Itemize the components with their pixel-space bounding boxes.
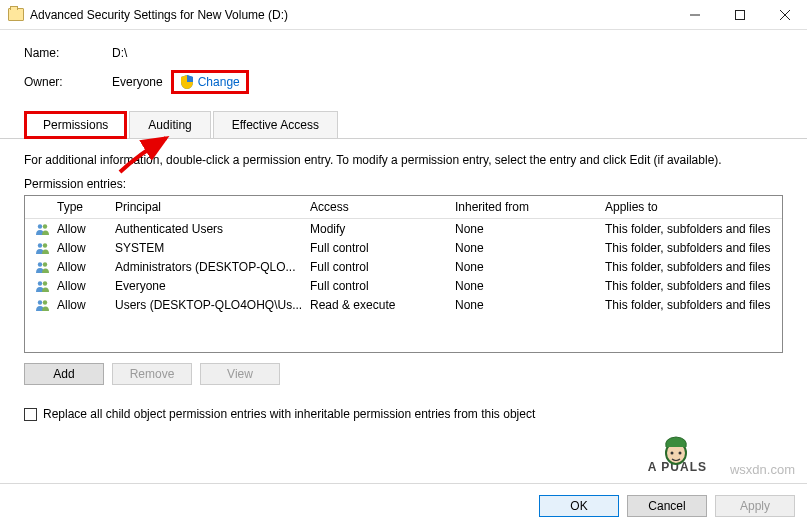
cell-principal: SYSTEM [115,241,310,255]
remove-button: Remove [112,363,192,385]
tab-effective-access[interactable]: Effective Access [213,111,338,139]
watermark-brand: A PUALS [648,451,707,477]
name-row: Name: D:\ [24,46,783,60]
svg-point-14 [666,442,686,464]
cell-type: Allow [57,222,115,236]
table-row[interactable]: AllowAdministrators (DESKTOP-QLO...Full … [25,257,782,276]
cell-inherited: None [455,222,605,236]
window-controls [672,0,807,29]
view-button: View [200,363,280,385]
tab-strip: Permissions Auditing Effective Access [0,110,807,139]
col-type[interactable]: Type [57,200,115,214]
svg-point-15 [670,452,673,455]
window-title: Advanced Security Settings for New Volum… [30,8,672,22]
col-access[interactable]: Access [310,200,455,214]
replace-inheritance-checkbox[interactable]: Replace all child object permission entr… [24,407,783,421]
svg-point-11 [43,281,47,285]
cell-applies: This folder, subfolders and files [605,279,782,293]
shield-icon [180,75,194,89]
cell-principal: Users (DESKTOP-QLO4OHQ\Us... [115,298,310,312]
titlebar: Advanced Security Settings for New Volum… [0,0,807,30]
tab-permissions[interactable]: Permissions [24,111,127,139]
table-row[interactable]: AllowSYSTEMFull controlNoneThis folder, … [25,238,782,257]
cell-applies: This folder, subfolders and files [605,260,782,274]
maximize-button[interactable] [717,0,762,29]
svg-point-6 [38,243,42,247]
cell-principal: Everyone [115,279,310,293]
owner-value: Everyone [112,75,163,89]
change-owner-link[interactable]: Change [171,70,249,94]
group-icon [35,242,49,254]
dialog-content: Name: D:\ Owner: Everyone Change Permiss… [0,30,807,421]
cell-type: Allow [57,298,115,312]
dialog-buttons: OK Cancel Apply [0,483,807,527]
cell-access: Modify [310,222,455,236]
svg-point-10 [38,281,42,285]
cell-inherited: None [455,260,605,274]
col-principal[interactable]: Principal [115,200,310,214]
cell-inherited: None [455,298,605,312]
entries-label: Permission entries: [24,177,783,191]
cell-type: Allow [57,260,115,274]
folder-icon [8,8,24,21]
cell-applies: This folder, subfolders and files [605,241,782,255]
col-applies[interactable]: Applies to [605,200,782,214]
cell-applies: This folder, subfolders and files [605,222,782,236]
ok-button[interactable]: OK [539,495,619,517]
owner-label: Owner: [24,75,112,89]
cell-access: Full control [310,241,455,255]
svg-point-4 [38,224,42,228]
svg-point-5 [43,224,47,228]
group-icon [35,261,49,273]
svg-rect-1 [735,10,744,19]
table-row[interactable]: AllowUsers (DESKTOP-QLO4OHQ\Us...Read & … [25,295,782,314]
group-icon [35,280,49,292]
cell-applies: This folder, subfolders and files [605,298,782,312]
cell-inherited: None [455,279,605,293]
table-row[interactable]: AllowAuthenticated UsersModifyNoneThis f… [25,219,782,238]
name-label: Name: [24,46,112,60]
svg-point-16 [678,452,681,455]
group-icon [35,299,49,311]
permission-entries-list[interactable]: Type Principal Access Inherited from App… [24,195,783,353]
cell-access: Full control [310,279,455,293]
close-button[interactable] [762,0,807,29]
info-text: For additional information, double-click… [24,153,783,167]
checkbox-icon [24,408,37,421]
cell-type: Allow [57,279,115,293]
entry-buttons: Add Remove View [24,363,783,385]
group-icon [35,223,49,235]
table-row[interactable]: AllowEveryoneFull controlNoneThis folder… [25,276,782,295]
cell-principal: Authenticated Users [115,222,310,236]
cell-inherited: None [455,241,605,255]
cell-access: Full control [310,260,455,274]
cell-principal: Administrators (DESKTOP-QLO... [115,260,310,274]
cell-access: Read & execute [310,298,455,312]
tab-auditing[interactable]: Auditing [129,111,210,139]
apply-button: Apply [715,495,795,517]
svg-point-12 [38,300,42,304]
name-value: D:\ [112,46,127,60]
owner-row: Owner: Everyone Change [24,70,783,94]
add-button[interactable]: Add [24,363,104,385]
watermark-url: wsxdn.com [730,462,795,477]
svg-point-9 [43,262,47,266]
svg-point-8 [38,262,42,266]
list-header: Type Principal Access Inherited from App… [25,196,782,219]
cancel-button[interactable]: Cancel [627,495,707,517]
svg-point-7 [43,243,47,247]
change-text: Change [198,75,240,89]
minimize-button[interactable] [672,0,717,29]
svg-point-13 [43,300,47,304]
checkbox-label: Replace all child object permission entr… [43,407,535,421]
col-inherited[interactable]: Inherited from [455,200,605,214]
cell-type: Allow [57,241,115,255]
